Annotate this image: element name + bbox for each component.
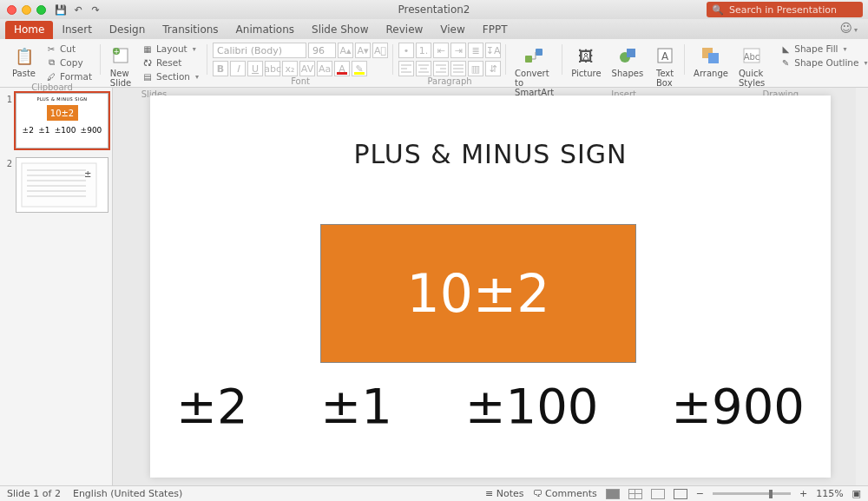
svg-text:A: A — [661, 50, 669, 63]
svg-text:Abc: Abc — [744, 52, 760, 62]
tab-animations[interactable]: Animations — [227, 21, 303, 39]
pen-icon: ✎ — [780, 57, 791, 68]
vertical-scrollbar[interactable] — [856, 88, 868, 485]
undo-icon[interactable]: ↶ — [72, 3, 84, 16]
brush-icon: 🖊 — [46, 71, 56, 82]
tab-home[interactable]: Home — [5, 21, 53, 39]
reading-view-button[interactable] — [651, 489, 665, 499]
slide-item-3: ±100 — [465, 378, 599, 434]
thumb-number-2: 2 — [3, 157, 12, 213]
shape-outline-button[interactable]: ✎Shape Outline▾ — [777, 56, 868, 69]
new-slide-label: New Slide — [110, 69, 131, 88]
normal-view-button[interactable] — [606, 489, 620, 499]
tab-view[interactable]: View — [431, 21, 473, 39]
thumb-number-1: 1 — [3, 93, 12, 148]
thumb1-box: 10±2 — [47, 105, 78, 121]
copy-button[interactable]: ⧉Copy — [43, 56, 95, 69]
shapes-button[interactable]: Shapes — [608, 43, 648, 80]
font-color-button[interactable]: A — [334, 61, 350, 76]
tab-transitions[interactable]: Transitions — [154, 21, 227, 39]
picture-button[interactable]: 🖼Picture — [568, 43, 604, 80]
clear-format-button[interactable]: A⃠ — [372, 43, 388, 58]
tab-design[interactable]: Design — [101, 21, 154, 39]
bold-button[interactable]: B — [213, 61, 228, 76]
reset-button[interactable]: 🗘Reset — [139, 56, 202, 69]
change-case-button[interactable]: Aa — [317, 61, 332, 76]
italic-button[interactable]: I — [230, 61, 246, 76]
format-painter-button[interactable]: 🖊Format — [43, 70, 95, 82]
font-size-combo[interactable]: 96 — [308, 43, 336, 58]
arrange-button[interactable]: Arrange — [690, 43, 732, 80]
zoom-out-button[interactable]: − — [696, 488, 704, 499]
align-left-button[interactable] — [398, 61, 414, 76]
underline-button[interactable]: U — [247, 61, 263, 76]
decrease-font-button[interactable]: A▾ — [355, 43, 371, 58]
zoom-in-button[interactable]: + — [799, 488, 807, 499]
text-direction-button[interactable]: ↧A — [485, 43, 501, 58]
slide-thumbnail-1[interactable]: PLUS & MINUS SIGN 10±2 ±2 ±1 ±100 ±900 — [16, 93, 108, 148]
align-right-button[interactable] — [433, 61, 449, 76]
justify-button[interactable] — [450, 61, 466, 76]
slide-orange-box[interactable]: 10±2 — [320, 224, 636, 363]
shape-fill-button[interactable]: ◣Shape Fill▾ — [777, 43, 868, 55]
paste-button[interactable]: 📋 Paste — [9, 43, 39, 80]
notes-button[interactable]: ≡ Notes — [485, 488, 524, 499]
line-spacing-button[interactable]: ≣ — [468, 43, 483, 58]
save-icon[interactable]: 💾 — [55, 3, 67, 16]
numbering-button[interactable]: 1. — [416, 43, 431, 58]
ribbon: 📋 Paste ✂Cut ⧉Copy 🖊Format Clipboard + N… — [0, 39, 868, 88]
group-drawing: Arrange AbcQuick Styles ◣Shape Fill▾ ✎Sh… — [685, 41, 868, 87]
section-button[interactable]: ▤Section▾ — [139, 70, 202, 82]
font-name-combo[interactable]: Calibri (Body) — [213, 43, 306, 58]
new-slide-button[interactable]: + New Slide — [106, 43, 135, 89]
tab-review[interactable]: Review — [378, 21, 432, 39]
zoom-slider[interactable] — [713, 492, 791, 495]
align-text-button[interactable]: ⇵ — [485, 61, 501, 76]
bullets-button[interactable]: • — [398, 43, 414, 58]
window-traffic-lights — [0, 5, 46, 15]
quick-styles-button[interactable]: AbcQuick Styles — [735, 43, 768, 89]
slideshow-view-button[interactable] — [674, 489, 687, 499]
feedback-smiley-icon[interactable]: ☺▾ — [839, 21, 858, 35]
search-input[interactable] — [729, 4, 858, 16]
highlight-button[interactable]: ✎ — [352, 61, 367, 76]
minimize-window-icon[interactable] — [22, 5, 31, 15]
align-center-button[interactable] — [416, 61, 431, 76]
search-field-wrap[interactable]: 🔍 — [707, 2, 863, 17]
zoom-window-icon[interactable] — [36, 5, 46, 15]
decrease-indent-button[interactable]: ⇤ — [433, 43, 449, 58]
slide-canvas[interactable]: PLUS & MINUS SIGN 10±2 ±2 ±1 ±100 ±900 — [150, 96, 831, 478]
status-language[interactable]: English (United States) — [73, 488, 182, 499]
slide-title-text[interactable]: PLUS & MINUS SIGN — [150, 139, 831, 169]
textbox-button[interactable]: AText Box — [650, 43, 680, 89]
textbox-icon: A — [654, 44, 676, 67]
layout-button[interactable]: ▦Layout▾ — [139, 43, 202, 55]
redo-icon[interactable]: ↷ — [89, 3, 102, 16]
comments-button[interactable]: 🗨 Comments — [533, 488, 597, 499]
tab-insert[interactable]: Insert — [53, 21, 100, 39]
quick-styles-label: Quick Styles — [739, 69, 765, 88]
shape-outline-label: Shape Outline — [794, 57, 858, 68]
tab-fppt[interactable]: FPPT — [474, 21, 516, 39]
columns-button[interactable]: ▥ — [468, 61, 483, 76]
arrange-icon — [700, 44, 722, 67]
clipboard-icon: 📋 — [13, 44, 36, 67]
slide-bottom-row[interactable]: ±2 ±1 ±100 ±900 — [176, 378, 805, 434]
cut-button[interactable]: ✂Cut — [43, 43, 95, 55]
char-spacing-button[interactable]: AV — [299, 61, 315, 76]
svg-rect-6 — [627, 49, 635, 57]
subscript-button[interactable]: x₂ — [282, 61, 298, 76]
fit-to-window-button[interactable]: ▣ — [852, 488, 861, 499]
increase-font-button[interactable]: A▴ — [338, 43, 353, 58]
strikethrough-button[interactable]: abc — [265, 61, 280, 76]
slide-canvas-area[interactable]: PLUS & MINUS SIGN 10±2 ±2 ±1 ±100 ±900 — [113, 88, 868, 485]
group-paragraph: • 1. ⇤ ⇥ ≣ ↧A ▥ ⇵ Paragraph — [393, 41, 506, 87]
zoom-level[interactable]: 115% — [816, 488, 843, 499]
close-window-icon[interactable] — [7, 5, 16, 15]
slide-thumbnail-2[interactable]: ± — [16, 157, 108, 213]
scissors-icon: ✂ — [46, 43, 56, 54]
increase-indent-button[interactable]: ⇥ — [450, 43, 466, 58]
tab-slideshow[interactable]: Slide Show — [303, 21, 377, 39]
sorter-view-button[interactable] — [628, 489, 642, 499]
arrange-label: Arrange — [694, 69, 728, 78]
